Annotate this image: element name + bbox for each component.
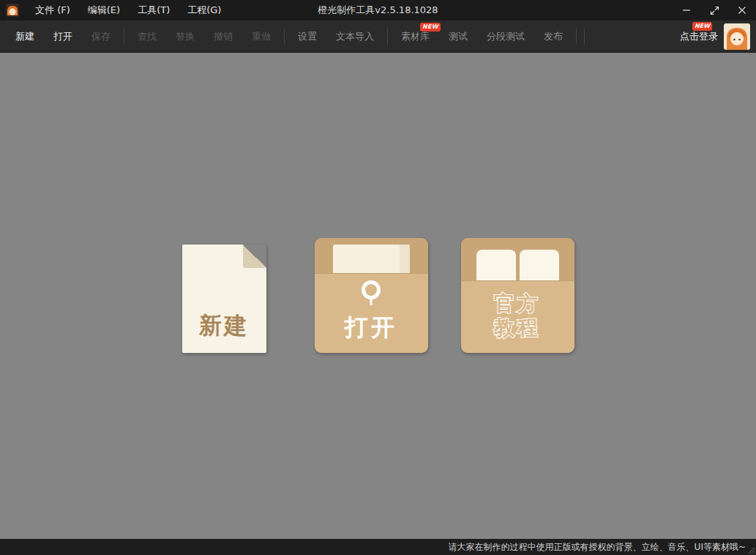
menu-file[interactable]: 文件 (F)	[26, 0, 79, 21]
start-cards: 新建 打开 官方 教程	[0, 238, 756, 353]
toolbar-publish-button[interactable]: 发布	[534, 21, 572, 53]
open-project-card[interactable]: 打开	[315, 238, 428, 353]
user-avatar[interactable]	[724, 23, 750, 50]
resize-grip[interactable]	[746, 545, 755, 554]
login-button[interactable]: 点击登录	[680, 30, 724, 43]
login-area: NEW 点击登录	[680, 21, 750, 53]
toolbar-new-button[interactable]: 新建	[6, 21, 44, 53]
label-grommet-icon	[362, 280, 381, 299]
minimize-button[interactable]	[673, 0, 700, 21]
toolbar-separator	[584, 29, 585, 45]
new-badge: NEW	[420, 23, 441, 31]
menu-project[interactable]: 工程(G)	[179, 0, 230, 21]
toolbar-separator	[124, 29, 124, 45]
toolbar-undo-button: 撤销	[204, 21, 242, 53]
toolbar-open-button[interactable]: 打开	[44, 21, 82, 53]
box-front-panel: 打开	[315, 273, 428, 353]
window-controls	[673, 0, 756, 21]
toolbar-test-button[interactable]: 测试	[439, 21, 477, 53]
new-project-label: 新建	[182, 310, 266, 341]
toolbar-save-button: 保存	[82, 21, 120, 53]
titlebar: 文件 (F) 编辑(E) 工具(T) 工程(G) 橙光制作工具v2.5.18.1…	[0, 0, 756, 21]
toolbar-segment-test-button[interactable]: 分段测试	[477, 21, 534, 53]
page-fold-icon	[243, 245, 266, 268]
toolbar-redo-button: 重做	[242, 21, 280, 53]
menu-edit[interactable]: 编辑(E)	[79, 0, 129, 21]
asset-library-label: 素材库	[401, 31, 430, 42]
paper-sheet-icon	[333, 245, 410, 277]
menu-tools[interactable]: 工具(T)	[129, 0, 179, 21]
tutorial-front-panel: 官方 教程	[461, 280, 575, 353]
toolbar-replace-button: 替换	[166, 21, 204, 53]
statusbar: 请大家在制作的过程中使用正版或有授权的背景、立绘、音乐、UI等素材哦~	[0, 539, 756, 555]
app-window: 文件 (F) 编辑(E) 工具(T) 工程(G) 橙光制作工具v2.5.18.1…	[0, 0, 756, 555]
close-button[interactable]	[728, 0, 756, 21]
toolbar-separator	[576, 29, 577, 45]
tutorial-label-line2: 教程	[461, 316, 575, 340]
toolbar-separator	[387, 29, 388, 45]
grommet-pin-icon	[370, 299, 373, 305]
official-tutorial-label: 官方 教程	[461, 291, 575, 340]
open-project-label: 打开	[315, 312, 428, 344]
status-message: 请大家在制作的过程中使用正版或有授权的背景、立绘、音乐、UI等素材哦~	[449, 541, 746, 554]
close-icon	[738, 6, 746, 15]
main-canvas: 新建 打开 官方 教程	[0, 53, 756, 539]
toolbar: 新建 打开 保存 查找 替换 撤销 重做 设置 文本导入 素材库 NEW 测试 …	[0, 21, 756, 53]
tutorial-label-line1: 官方	[461, 291, 575, 316]
toolbar-text-import-button[interactable]: 文本导入	[326, 21, 383, 53]
toolbar-settings-button[interactable]: 设置	[288, 21, 326, 53]
maximize-button[interactable]	[700, 0, 728, 21]
official-tutorial-card[interactable]: 官方 教程	[461, 238, 575, 353]
toolbar-asset-library-button[interactable]: 素材库 NEW	[392, 21, 439, 53]
maximize-icon	[710, 6, 719, 15]
toolbar-find-button: 查找	[128, 21, 166, 53]
app-logo-icon	[6, 4, 19, 17]
toolbar-separator	[284, 29, 285, 45]
new-project-card[interactable]: 新建	[182, 245, 266, 353]
minimize-icon	[682, 6, 691, 15]
